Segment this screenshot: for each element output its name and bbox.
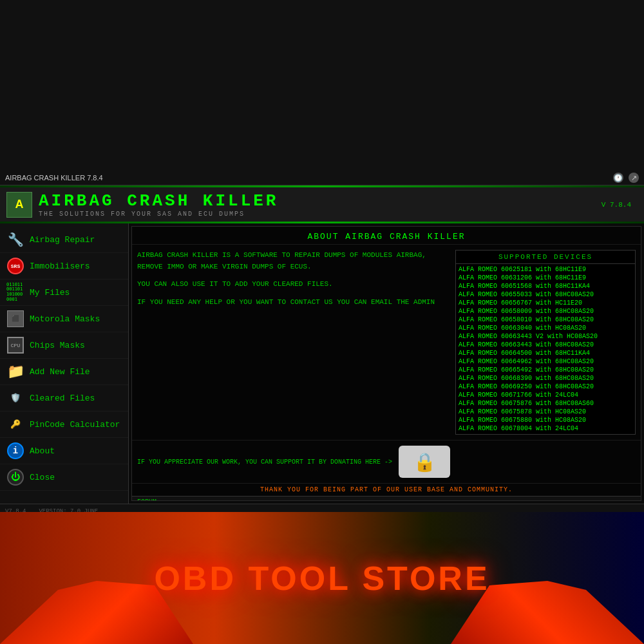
sidebar-item-cleared-files[interactable]: 🛡️ Cleared Files [0, 385, 128, 412]
sidebar-item-pincode-calculator[interactable]: 🔑 PinCode Calculator [0, 412, 128, 438]
bottom-strip: OBD TOOL STORE [0, 512, 644, 644]
chip-icon: ⬛ [6, 310, 24, 328]
app-window: AIRBAG CRASH KILLER 7.8.4 🕐 ↗ A AIRBAG C… [0, 171, 644, 512]
forum-bar: FORUM [132, 496, 641, 501]
list-item: ALFA ROMEO 60658010 with 68HC08AS20 [459, 316, 632, 324]
sidebar-item-close[interactable]: ⏻ Close [0, 464, 128, 491]
app-title-sub: THE SOLUTIONS FOR YOUR SAS AND ECU DUMPS [39, 211, 278, 218]
sidebar-item-chips-masks[interactable]: CPU Chips Masks [0, 332, 128, 359]
immobiliser-icon: SRS [6, 257, 24, 275]
content-area: ABOUT AIRBAG CRASH KILLER AIRBAG CRASH K… [131, 226, 641, 501]
list-item: ALFA ROMEO 60651568 with 68HC11KA4 [459, 282, 632, 290]
sidebar-label-cleared-files: Cleared Files [30, 393, 95, 403]
list-item: ALFA ROMEO 60668390 with 68HC08AS20 [459, 374, 632, 383]
sidebar-label-close: Close [30, 473, 55, 482]
list-item: ALFA ROMEO 60663443 with 68HC08AS20 [459, 341, 632, 349]
list-item: ALFA ROMEO 60664500 with 68HC11KA4 [459, 349, 632, 357]
car-background: OBD TOOL STORE [0, 512, 644, 644]
sidebar-item-immobilisers[interactable]: SRS Immobilisers [0, 253, 128, 279]
devices-header: SUPPORTED DEVICES [456, 251, 635, 264]
about-text-1: AIRBAG CRASH KILLER IS A SOFTWARE TO REP… [137, 250, 450, 272]
devices-panel: SUPPORTED DEVICES ALFA ROMEO 60625181 wi… [455, 250, 636, 435]
key-icon: 🔑 [6, 415, 24, 433]
power-icon: ⏻ [6, 468, 24, 486]
obd-store-title: OBD TOOL STORE [154, 559, 489, 598]
paypal-button[interactable]: 🔒 [399, 446, 450, 478]
list-item: ALFA ROMEO 60631206 with 68HC11E9 [459, 274, 632, 282]
cpu-visual: CPU [7, 337, 24, 354]
devices-list[interactable]: ALFA ROMEO 60625181 with 68HC11E9ALFA RO… [456, 264, 635, 434]
sidebar-item-motorola-masks[interactable]: ⬛ Motorola Masks [0, 306, 128, 332]
sidebar-label-about: About [30, 446, 55, 456]
app-title-text: AIRBAG CRASH KILLER THE SOLUTIONS FOR YO… [39, 191, 278, 218]
folder-add-icon: 📁 [6, 363, 24, 381]
sidebar-item-my-files[interactable]: 011011 001101 101000 0001 My Files [0, 279, 128, 306]
support-section: IF YOU APPRECIATE OUR WORK, YOU CAN SUPP… [132, 440, 641, 483]
list-item: ALFA ROMEO 60675878 with HC08AS20 [459, 408, 632, 416]
sidebar-label-chips-masks: Chips Masks [30, 341, 85, 350]
red-circle-icon: SRS [7, 258, 24, 274]
wrench-icon: 🔧 [6, 231, 24, 249]
paypal-lock-icon: 🔒 [413, 451, 436, 473]
app-header: A AIRBAG CRASH KILLER THE SOLUTIONS FOR … [0, 187, 644, 222]
sidebar-item-about[interactable]: i About [0, 438, 128, 464]
title-bar-right: 🕐 ↗ [613, 173, 639, 183]
about-text-3: IF YOU NEED ANY HELP OR YOU WANT TO CONT… [137, 297, 450, 308]
shield-icon: 🛡️ [6, 389, 24, 407]
forum-link[interactable]: FORUM [137, 498, 156, 501]
cpu-icon: CPU [6, 336, 24, 354]
list-item: ALFA ROMEO 60655033 with 68HC08AS20 [459, 290, 632, 299]
app-title-main: AIRBAG CRASH KILLER [39, 191, 278, 211]
sidebar-label-pincode-calculator: PinCode Calculator [30, 420, 120, 430]
list-item: ALFA ROMEO 60664962 with 68HC08AS20 [459, 357, 632, 366]
list-item: ALFA ROMEO 60675876 with 68HC08AS60 [459, 399, 632, 408]
support-text: IF YOU APPRECIATE OUR WORK, YOU CAN SUPP… [137, 457, 392, 467]
binary-text: 011011 001101 101000 0001 [6, 283, 24, 303]
share-icon[interactable]: ↗ [629, 173, 639, 183]
sidebar-label-motorola-masks: Motorola Masks [30, 314, 100, 324]
window-title: AIRBAG CRASH KILLER 7.8.4 [5, 174, 103, 182]
sidebar-label-airbag-repair: Airbag Repair [30, 235, 95, 245]
about-header: ABOUT AIRBAG CRASH KILLER [132, 227, 641, 245]
list-item: ALFA ROMEO 60656767 with HC11E20 [459, 299, 632, 307]
list-item: ALFA ROMEO 60658009 with 68HC08AS20 [459, 307, 632, 316]
chip-visual: ⬛ [7, 310, 24, 327]
about-text-2: YOU CAN ALSO USE IT TO ADD YOUR CLEARED … [137, 279, 450, 290]
about-text: AIRBAG CRASH KILLER IS A SOFTWARE TO REP… [137, 250, 450, 435]
sidebar: 🔧 Airbag Repair SRS Immobilisers 011011 … [0, 223, 129, 504]
list-item: ALFA ROMEO 60675880 with HC08AS20 [459, 416, 632, 424]
clock-icon[interactable]: 🕐 [613, 173, 623, 183]
binary-icon: 011011 001101 101000 0001 [6, 283, 24, 301]
about-body: AIRBAG CRASH KILLER IS A SOFTWARE TO REP… [132, 245, 641, 440]
list-item: ALFA ROMEO 60625181 with 68HC11E9 [459, 265, 632, 274]
sidebar-label-immobilisers: Immobilisers [30, 261, 90, 271]
top-bar [0, 0, 644, 171]
list-item: ALFA ROMEO 60663040 with HC08AS20 [459, 324, 632, 332]
power-btn: ⏻ [7, 469, 24, 486]
main-content: 🔧 Airbag Repair SRS Immobilisers 011011 … [0, 223, 644, 504]
info-circle: i [7, 442, 24, 459]
sidebar-item-airbag-repair[interactable]: 🔧 Airbag Repair [0, 227, 128, 253]
sidebar-label-add-new-file: Add New File [30, 367, 90, 377]
list-item: ALFA ROMEO 60669250 with 68HC08AS20 [459, 383, 632, 391]
info-icon: i [6, 442, 24, 460]
version-badge: V 7.8.4 [601, 201, 631, 209]
title-bar-left: AIRBAG CRASH KILLER 7.8.4 [5, 174, 103, 182]
list-item: ALFA ROMEO 60671766 with 24LC04 [459, 391, 632, 399]
thank-you-bar: THANK YOU FOR BEING PART OF OUR USER BAS… [132, 483, 641, 496]
list-item: ALFA ROMEO 60665492 with 68HC08AS20 [459, 366, 632, 374]
list-item: ALFA ROMEO 60678004 with 24LC04 [459, 424, 632, 433]
title-bar: AIRBAG CRASH KILLER 7.8.4 🕐 ↗ [0, 171, 644, 185]
logo-letter: A [15, 198, 24, 211]
app-logo: A [6, 192, 32, 218]
list-item: ALFA ROMEO 60663443 V2 with HC08AS20 [459, 332, 632, 341]
sidebar-item-add-new-file[interactable]: 📁 Add New File [0, 359, 128, 385]
sidebar-label-my-files: My Files [30, 288, 70, 298]
